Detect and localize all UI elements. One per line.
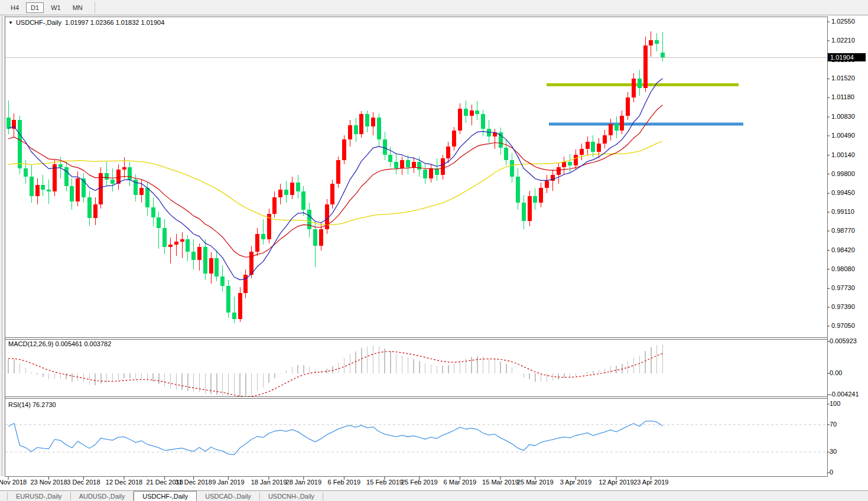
chart-canvas[interactable] xyxy=(0,0,868,501)
price-axis-label: 0.98080 xyxy=(831,265,855,272)
price-axis-label: 1.00140 xyxy=(831,151,855,158)
date-axis-label: 18 Jan 2019 xyxy=(251,479,287,486)
tab-usdchf[interactable]: USDCHF-,Daily xyxy=(134,491,197,501)
macd-indicator-label: MACD(12,26,9) 0.005461 0.003782 xyxy=(8,340,111,347)
macd-axis-label: -0.004241 xyxy=(830,391,859,398)
chart-title: ▼USDCHF-,Daily 1.01997 1.02366 1.01832 1… xyxy=(8,19,164,26)
macd-values: 0.005461 0.003782 xyxy=(55,340,111,347)
resistance-trendline[interactable] xyxy=(547,83,739,86)
chart-tabbar: EURUSD-,Daily AUDUSD-,Daily USDCHF-,Dail… xyxy=(0,490,868,501)
chart-dropdown-icon[interactable]: ▼ xyxy=(8,20,13,25)
date-axis-label: 23 Apr 2019 xyxy=(633,479,668,486)
date-axis-label: 14 Nov 2018 xyxy=(0,479,27,486)
date-axis-label: 28 Jan 2019 xyxy=(286,479,322,486)
price-axis-label: 0.99800 xyxy=(831,170,855,177)
date-axis-label: 15 Feb 2019 xyxy=(366,479,403,486)
chart-symbol-label: USDCHF-,Daily xyxy=(16,19,61,26)
date-axis-label: 6 Mar 2019 xyxy=(444,479,477,486)
rsi-axis-label: 70 xyxy=(830,421,837,428)
rsi-name: RSI(14) xyxy=(8,401,31,408)
date-axis-label: 3 Apr 2019 xyxy=(560,479,591,486)
price-axis-label: 0.99110 xyxy=(831,208,854,215)
window-chrome xyxy=(0,16,5,476)
macd-name: MACD(12,26,9) xyxy=(8,340,53,347)
tab-usdcnh[interactable]: USDCNH-,Daily xyxy=(260,492,323,500)
macd-axis-label: 0.005923 xyxy=(830,337,857,344)
price-axis-label: 1.02210 xyxy=(831,37,855,44)
tab-eurusd[interactable]: EURUSD-,Daily xyxy=(7,492,71,500)
date-axis-label: 23 Nov 2018 xyxy=(30,479,67,486)
macd-panel-graphics xyxy=(8,344,662,396)
rsi-indicator-label: RSI(14) 76.2730 xyxy=(8,401,56,408)
price-axis-label: 0.98420 xyxy=(831,246,855,253)
rsi-axis-label: 100 xyxy=(830,400,840,407)
date-axis-label: 9 Jan 2019 xyxy=(212,479,244,486)
rsi-value: 76.2730 xyxy=(32,401,56,408)
rsi-axis-label: 30 xyxy=(830,448,837,455)
current-price-tag: 1.01904 xyxy=(828,53,866,61)
price-axis-label: 0.99450 xyxy=(831,189,855,196)
price-axis-label: 0.97390 xyxy=(831,303,855,310)
price-axis-label: 1.02550 xyxy=(831,18,855,25)
date-axis-label: 25 Mar 2019 xyxy=(517,479,554,486)
axis-ticks xyxy=(8,22,830,480)
date-axis-label: 12 Apr 2019 xyxy=(599,479,633,486)
chart-ohlc-values: 1.01997 1.02366 1.01832 1.01904 xyxy=(65,19,164,26)
price-axis-label: 1.00830 xyxy=(831,113,855,120)
rsi-axis-label: 0 xyxy=(830,469,833,476)
price-axis-label: 1.01520 xyxy=(831,74,855,82)
date-axis-label: 15 Mar 2019 xyxy=(482,479,519,486)
tab-audusd[interactable]: AUDUSD-,Daily xyxy=(71,492,134,500)
price-axis-label: 0.98770 xyxy=(831,227,855,234)
tab-usdcad[interactable]: USDCAD-,Daily xyxy=(197,492,260,500)
date-axis-label: 31 Dec 2018 xyxy=(175,479,212,486)
price-axis-label: 1.00490 xyxy=(831,132,855,139)
date-axis-label: 25 Feb 2019 xyxy=(401,479,438,486)
macd-axis-label: 0.00 xyxy=(830,369,842,376)
price-axis-label: 0.97730 xyxy=(831,284,855,291)
price-axis-label: 0.97050 xyxy=(831,322,855,329)
date-axis-label: 6 Feb 2019 xyxy=(328,479,361,486)
rsi-panel-graphics xyxy=(5,421,827,454)
trading-platform-window: H4 D1 W1 MN ▼USDCHF-,Daily 1.01997 1.023… xyxy=(0,0,868,501)
date-axis-label: 12 Dec 2018 xyxy=(106,479,142,486)
date-axis-label: 3 Dec 2018 xyxy=(67,479,100,486)
price-axis-label: 1.01180 xyxy=(831,93,854,100)
